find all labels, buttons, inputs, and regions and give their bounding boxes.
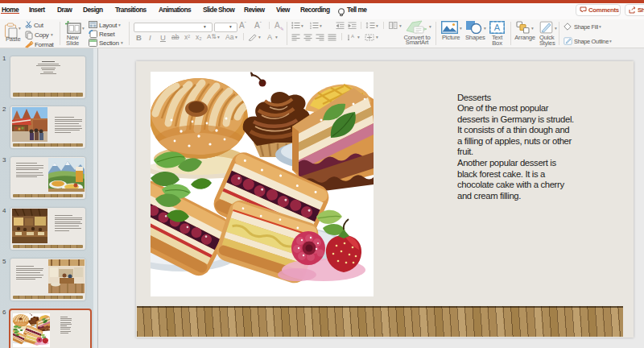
svg-text:A: A	[351, 34, 354, 39]
svg-text:A: A	[494, 23, 501, 32]
